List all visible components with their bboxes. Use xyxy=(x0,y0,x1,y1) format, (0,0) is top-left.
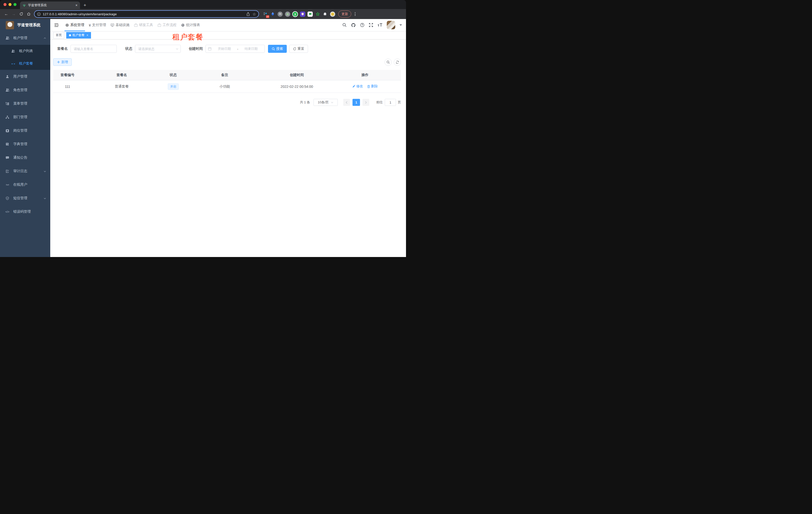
table-header-row: 套餐编号 套餐名 状态 备注 创建时间 操作 xyxy=(53,70,401,80)
extension-command-icon[interactable]: ⌘ xyxy=(278,11,283,17)
dictionary-icon xyxy=(5,142,9,146)
sidebar-item-tenant-package[interactable]: 租户套餐 xyxy=(0,57,50,70)
url-bar[interactable]: 127.0.0.1:48080/admin-ui/system/tenant/p… xyxy=(34,10,259,18)
sidebar-item-label: 菜单管理 xyxy=(13,101,46,106)
goto-page-input[interactable] xyxy=(385,99,396,106)
date-range-picker[interactable]: 开始日期 - 结束日期 xyxy=(205,45,265,53)
fullscreen-icon[interactable] xyxy=(369,23,373,27)
log-edit-icon xyxy=(5,169,9,173)
topnav-item-report[interactable]: 统计报表 xyxy=(179,19,202,31)
topnav-item-workflow[interactable]: 工作流程 xyxy=(155,19,179,31)
cell-status: 开启 xyxy=(162,83,185,90)
topnav-item-devtools[interactable]: 研发工具 xyxy=(132,19,155,31)
extension-shield-icon[interactable] xyxy=(300,11,305,17)
site-info-icon[interactable] xyxy=(37,12,41,16)
browser-menu-icon[interactable] xyxy=(354,12,356,16)
back-icon[interactable]: ← xyxy=(2,12,10,16)
app-title: 芋道管理系统 xyxy=(17,23,40,28)
date-start-placeholder[interactable]: 开始日期 xyxy=(213,47,235,51)
date-end-placeholder[interactable]: 结束日期 xyxy=(240,47,262,51)
extension-star-icon[interactable] xyxy=(315,11,320,17)
header-actions xyxy=(342,21,402,29)
message-icon xyxy=(5,156,9,160)
status-select-input[interactable] xyxy=(135,45,181,53)
add-button-label: 新增 xyxy=(61,60,68,64)
help-icon[interactable] xyxy=(360,23,365,27)
status-select[interactable] xyxy=(135,45,181,53)
search-button[interactable]: 搜索 xyxy=(268,45,287,53)
sidebar-collapse-icon[interactable] xyxy=(54,23,58,27)
delete-link-label: 删除 xyxy=(371,84,378,88)
extension-circle-icon[interactable] xyxy=(285,11,290,17)
sidebar-item-notice[interactable]: 通知公告 xyxy=(0,151,50,164)
browser-update-button[interactable]: 更新 xyxy=(338,10,351,18)
reload-icon[interactable] xyxy=(18,12,25,16)
url-text[interactable]: 127.0.0.1:48080/admin-ui/system/tenant/p… xyxy=(43,12,246,16)
sidebar-logo-row[interactable]: 芋道管理系统 xyxy=(0,19,50,31)
minimize-window-button[interactable] xyxy=(8,3,11,6)
maximize-window-button[interactable] xyxy=(13,3,17,6)
sidebar-item-label: 短信管理 xyxy=(13,196,40,200)
extension-gem-icon[interactable] xyxy=(270,11,275,17)
cell-created-time: 2022-02-22 00:54:00 xyxy=(265,85,329,88)
yen-icon: ¥ xyxy=(89,23,91,27)
sidebar-item-dict-management[interactable]: 字典管理 xyxy=(0,137,50,151)
name-filter-input[interactable] xyxy=(70,45,117,53)
sidebar-item-post-management[interactable]: 岗位管理 xyxy=(0,124,50,137)
tab-close-icon[interactable]: × xyxy=(76,3,78,7)
page-content: 套餐名 状态 创建时间 开始日期 xyxy=(50,39,406,257)
delete-link[interactable]: 删除 xyxy=(367,84,378,88)
font-size-icon[interactable] xyxy=(377,23,382,27)
sidebar-item-online-users[interactable]: 在线用户 xyxy=(0,178,50,191)
sidebar-item-user-management[interactable]: 用户管理 xyxy=(0,70,50,83)
toggle-search-button[interactable] xyxy=(384,59,392,66)
next-page-button[interactable] xyxy=(362,99,369,106)
avatar[interactable] xyxy=(387,21,395,29)
users-icon xyxy=(5,36,9,40)
refresh-button[interactable] xyxy=(394,59,401,66)
sidebar-item-menu-management[interactable]: 菜单管理 xyxy=(0,97,50,110)
home-icon[interactable] xyxy=(25,12,32,16)
date-separator: - xyxy=(237,47,238,51)
users-icon xyxy=(5,88,9,92)
prev-page-button[interactable] xyxy=(343,99,350,106)
github-icon[interactable] xyxy=(351,23,356,28)
sidebar-item-dept-management[interactable]: 部门管理 xyxy=(0,110,50,124)
topnav-item-infra[interactable]: 基础设施 xyxy=(108,19,132,31)
app-logo xyxy=(6,21,14,29)
extension-emoji-icon[interactable] xyxy=(330,11,335,17)
sidebar-item-tenant-management[interactable]: 租户管理 xyxy=(0,31,50,45)
extension-y-icon[interactable]: y xyxy=(292,11,298,17)
caret-down-icon[interactable] xyxy=(400,24,402,26)
extension-diamond-icon[interactable]: 10 xyxy=(262,11,268,17)
page-number-current[interactable]: 1 xyxy=(352,99,360,106)
extension-chat-icon[interactable] xyxy=(308,11,313,17)
topnav-item-system[interactable]: 系统管理 xyxy=(63,19,87,31)
favicon-plant-icon xyxy=(23,3,26,7)
money-bag-icon xyxy=(5,129,9,133)
new-tab-button[interactable]: + xyxy=(84,2,86,8)
extensions-puzzle-icon[interactable] xyxy=(322,11,328,17)
tag-home[interactable]: 首页 xyxy=(53,32,64,38)
search-icon[interactable] xyxy=(342,23,347,27)
sidebar-item-audit-log[interactable]: 审计日志 xyxy=(0,164,50,178)
share-icon[interactable] xyxy=(246,12,250,16)
reset-button[interactable]: 重置 xyxy=(289,45,308,53)
tag-close-icon[interactable]: × xyxy=(87,33,88,37)
browser-tab[interactable]: 芋道管理系统 × xyxy=(20,1,80,9)
sidebar-item-tenant-list[interactable]: 租户列表 xyxy=(0,45,50,57)
edit-link[interactable]: 修改 xyxy=(352,84,363,88)
tag-tenant-package[interactable]: 租户套餐 × xyxy=(66,32,91,38)
table-toolbar-right xyxy=(384,59,401,66)
close-window-button[interactable] xyxy=(3,3,6,6)
cell-remark: 小功能 xyxy=(185,84,265,89)
page-size-select[interactable]: 10条/页 xyxy=(314,99,338,106)
bookmark-star-icon[interactable]: ☆ xyxy=(253,12,256,17)
topnav-item-payment[interactable]: ¥ 支付管理 xyxy=(87,19,108,31)
sidebar-item-sms-management[interactable]: 短信管理 xyxy=(0,191,50,205)
sidebar-item-error-code[interactable]: </> 错误码管理 xyxy=(0,205,50,218)
forward-icon[interactable]: → xyxy=(10,12,18,16)
column-header: 创建时间 xyxy=(265,73,329,77)
add-button[interactable]: 新增 xyxy=(53,58,72,66)
sidebar-item-role-management[interactable]: 角色管理 xyxy=(0,83,50,97)
